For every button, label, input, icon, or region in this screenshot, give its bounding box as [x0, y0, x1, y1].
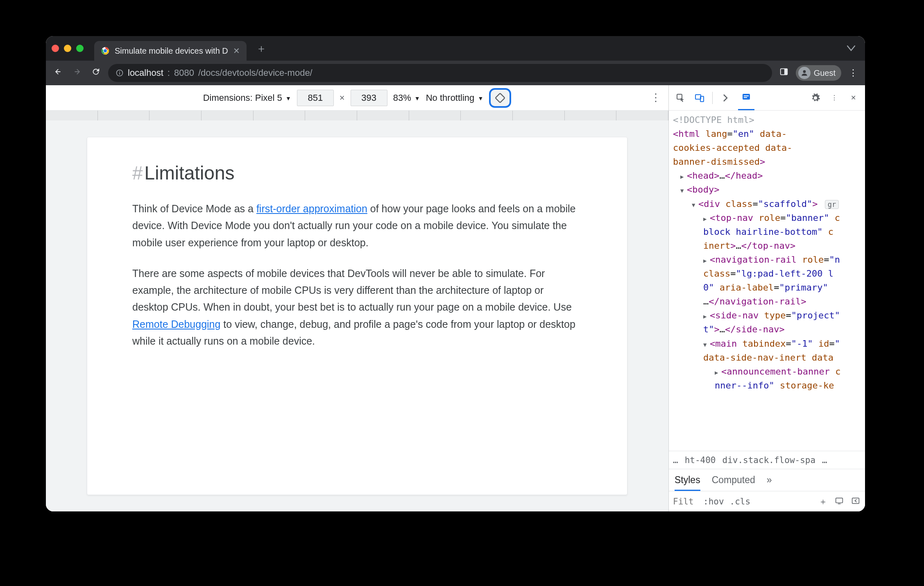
- svg-rect-8: [784, 69, 787, 75]
- svg-rect-17: [836, 498, 843, 503]
- device-toggle-icon[interactable]: [693, 92, 706, 104]
- caret-down-icon: ▼: [414, 95, 420, 102]
- panel-chevron-icon[interactable]: [719, 92, 732, 104]
- styles-toolbar: :hov .cls ＋: [669, 491, 865, 511]
- toggle-sidebar-icon[interactable]: [850, 497, 861, 507]
- chrome-favicon-icon: [101, 46, 110, 55]
- styles-tab[interactable]: Styles: [675, 469, 700, 491]
- styles-tab-bar: Styles Computed »: [669, 469, 865, 491]
- devtools-panel: ⋮ ✕ <!DOCTYPE html> <html lang="en" data…: [668, 85, 865, 511]
- side-nav-line[interactable]: <side-nav type="project": [673, 309, 863, 323]
- site-info-icon[interactable]: [116, 69, 124, 77]
- page-heading: #Limitations: [132, 162, 582, 184]
- devtools-toolbar: ⋮ ✕: [669, 85, 865, 111]
- paragraph-2: There are some aspects of mobile devices…: [132, 265, 582, 350]
- device-toolbar-more-icon[interactable]: ⋮: [650, 91, 661, 104]
- omnibox[interactable]: localhost:8080/docs/devtools/device-mode…: [108, 64, 772, 82]
- side-panel-icon[interactable]: [778, 67, 790, 79]
- profile-button[interactable]: Guest: [796, 65, 841, 81]
- svg-point-9: [803, 70, 806, 73]
- profile-label: Guest: [814, 68, 836, 78]
- responsive-ruler[interactable]: [46, 111, 668, 120]
- svg-rect-16: [744, 97, 747, 98]
- svg-rect-5: [119, 72, 120, 75]
- close-tab-icon[interactable]: ✕: [233, 46, 240, 56]
- announcement-banner-line[interactable]: <announcement-banner c: [673, 365, 863, 379]
- cls-toggle[interactable]: .cls: [730, 497, 751, 507]
- html-open-line[interactable]: <html lang="en" data-: [673, 127, 863, 141]
- tabs-menu-icon[interactable]: [847, 43, 859, 54]
- throttling-dropdown[interactable]: No throttling ▼: [426, 93, 484, 103]
- tab-title: Simulate mobile devices with D: [115, 46, 228, 56]
- address-bar: localhost:8080/docs/devtools/device-mode…: [46, 61, 865, 85]
- back-button[interactable]: [52, 67, 65, 79]
- width-input[interactable]: [297, 90, 334, 106]
- zoom-dropdown[interactable]: 83% ▼: [393, 93, 420, 103]
- browser-menu-icon[interactable]: ⋮: [847, 68, 859, 78]
- svg-rect-6: [119, 71, 120, 72]
- minimize-window-button[interactable]: [64, 45, 71, 52]
- page-content: #Limitations Think of Device Mode as a f…: [87, 137, 627, 495]
- remote-debugging-link[interactable]: Remote Debugging: [132, 318, 220, 330]
- main-line[interactable]: <main tabindex="-1" id=": [673, 337, 863, 351]
- dimension-separator: ×: [340, 93, 345, 103]
- device-viewport-column: Dimensions: Pixel 5 ▼ × 83% ▼ No throttl…: [46, 85, 668, 511]
- forward-button[interactable]: [70, 67, 84, 79]
- styles-filter-input[interactable]: [673, 497, 698, 507]
- computed-tab[interactable]: Computed: [712, 475, 755, 486]
- devtools-close-icon[interactable]: ✕: [847, 92, 859, 104]
- maximize-window-button[interactable]: [76, 45, 84, 52]
- scaffold-line[interactable]: <div class="scaffold"> gr: [673, 197, 863, 211]
- avatar-icon: [798, 67, 811, 79]
- nav-rail-line[interactable]: <navigation-rail role="n: [673, 253, 863, 267]
- reload-button[interactable]: [89, 67, 102, 79]
- computed-styles-icon[interactable]: [834, 497, 845, 507]
- caret-down-icon: ▼: [285, 95, 291, 102]
- paragraph-1: Think of Device Mode as a first-order ap…: [132, 200, 582, 251]
- url-port: 8080: [174, 68, 194, 78]
- browser-tab[interactable]: Simulate mobile devices with D ✕: [94, 41, 247, 61]
- svg-point-2: [104, 49, 107, 52]
- first-order-approximation-link[interactable]: first-order approximation: [256, 203, 367, 214]
- device-toolbar: Dimensions: Pixel 5 ▼ × 83% ▼ No throttl…: [46, 85, 668, 111]
- head-line[interactable]: <head>…</head>: [673, 169, 863, 183]
- elements-panel-tab[interactable]: [738, 86, 754, 110]
- rotate-device-button[interactable]: [489, 88, 511, 108]
- top-nav-line[interactable]: <top-nav role="banner" c: [673, 211, 863, 225]
- new-style-rule-icon[interactable]: ＋: [818, 496, 828, 507]
- url-path: /docs/devtools/device-mode/: [198, 68, 313, 78]
- url-host: localhost: [128, 68, 163, 78]
- svg-rect-18: [838, 503, 841, 504]
- dom-breadcrumb[interactable]: … ht-400 div.stack.flow-spa …: [669, 451, 865, 469]
- settings-gear-icon[interactable]: [809, 92, 822, 104]
- caret-down-icon: ▼: [478, 95, 483, 102]
- doctype-line: <!DOCTYPE html>: [673, 113, 863, 127]
- svg-rect-10: [496, 93, 505, 102]
- svg-rect-19: [852, 498, 859, 503]
- body-line[interactable]: <body>: [673, 183, 863, 197]
- inspect-element-icon[interactable]: [675, 92, 687, 104]
- dom-tree[interactable]: <!DOCTYPE html> <html lang="en" data- co…: [669, 111, 865, 451]
- dimensions-dropdown[interactable]: Dimensions: Pixel 5 ▼: [203, 93, 291, 103]
- device-frame: #Limitations Think of Device Mode as a f…: [46, 120, 668, 511]
- browser-window: Simulate mobile devices with D ✕ ＋ local…: [46, 36, 865, 511]
- devtools-more-icon[interactable]: ⋮: [828, 92, 840, 104]
- close-window-button[interactable]: [52, 45, 59, 52]
- new-tab-button[interactable]: ＋: [253, 40, 270, 57]
- tab-strip: Simulate mobile devices with D ✕ ＋: [46, 36, 865, 61]
- height-input[interactable]: [351, 90, 387, 106]
- window-controls: [52, 45, 84, 52]
- svg-rect-14: [743, 94, 750, 100]
- svg-rect-15: [744, 95, 749, 96]
- hov-toggle[interactable]: :hov: [703, 497, 724, 507]
- more-tabs-icon[interactable]: »: [767, 475, 772, 486]
- anchor-hash[interactable]: #: [132, 162, 143, 184]
